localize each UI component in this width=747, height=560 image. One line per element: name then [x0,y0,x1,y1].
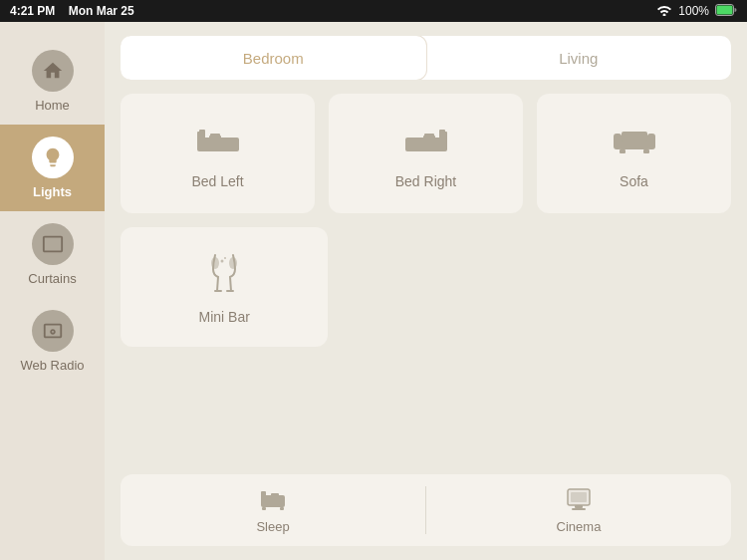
scene-sleep[interactable]: Sleep [121,474,425,546]
home-icon-circle [32,50,74,92]
mini-bar-icon [202,253,246,299]
bed-right-icon [403,122,449,163]
tab-bedroom[interactable]: Bedroom [121,36,426,80]
battery-icon [715,4,737,19]
lights-icon-circle [32,137,74,178]
lights-icon [42,146,64,168]
cinema-label: Cinema [557,519,602,534]
svg-rect-13 [614,134,622,149]
mini-bar-label: Mini Bar [198,309,249,325]
svg-rect-26 [280,507,284,510]
home-icon [42,60,64,82]
sofa-label: Sofa [620,173,648,189]
card-mini-bar[interactable]: Mini Bar [121,227,328,347]
curtains-icon [42,233,64,255]
svg-rect-17 [643,149,649,153]
status-time-date: 4:21 PM Mon Mar 25 [10,4,134,18]
svg-rect-1 [717,5,733,14]
tab-living-label: Living [559,50,598,67]
card-bed-right[interactable]: Bed Right [329,94,523,213]
sofa-icon [612,122,657,163]
scene-bar: Sleep Cinema [121,474,731,546]
svg-point-18 [211,257,219,269]
tab-bar: Bedroom Living [121,36,731,80]
home-label: Home [35,98,70,113]
sidebar-item-lights[interactable]: Lights [0,125,105,211]
lights-label: Lights [33,184,72,199]
wifi-icon [656,4,672,19]
card-sofa[interactable]: Sofa [537,94,731,213]
main-content: Bedroom Living [105,22,747,560]
status-bar: 4:21 PM Mon Mar 25 100% [0,0,747,22]
svg-rect-14 [647,134,655,149]
svg-point-19 [229,257,237,269]
svg-rect-5 [199,130,205,134]
sidebar-item-home[interactable]: Home [0,38,105,125]
svg-rect-8 [439,132,447,147]
sidebar: Home Lights Curtains [0,22,105,560]
sidebar-item-webradio[interactable]: Web Radio [0,298,105,385]
status-time: 4:21 PM [10,4,55,18]
svg-rect-25 [262,507,266,510]
grid-row-2: Mini Bar [121,227,731,347]
svg-rect-31 [572,508,586,510]
card-bed-left[interactable]: Bed Left [121,94,315,213]
svg-rect-23 [261,491,266,501]
svg-point-21 [224,257,226,259]
curtains-label: Curtains [28,271,76,286]
webradio-icon [42,320,64,342]
cinema-icon [565,487,593,515]
svg-rect-10 [439,130,445,134]
bed-left-icon [195,122,241,163]
sleep-label: Sleep [256,519,289,534]
scene-cinema[interactable]: Cinema [426,474,731,546]
svg-rect-24 [271,493,279,501]
svg-rect-30 [575,505,583,508]
svg-point-20 [221,260,224,263]
status-indicators: 100% [656,4,737,19]
webradio-label: Web Radio [20,358,84,373]
svg-rect-11 [424,134,434,138]
svg-rect-6 [210,134,220,138]
bed-left-label: Bed Left [191,173,243,189]
battery-label: 100% [678,4,709,18]
svg-rect-16 [620,149,625,153]
sidebar-item-curtains[interactable]: Curtains [0,211,105,298]
sleep-icon [259,487,287,515]
tab-bedroom-label: Bedroom [243,50,304,67]
svg-rect-29 [571,492,587,502]
status-date: Mon Mar 25 [69,4,134,18]
tab-living[interactable]: Living [426,36,732,80]
svg-rect-3 [197,132,205,147]
curtains-icon-circle [32,223,74,265]
webradio-icon-circle [32,310,74,352]
app-body: Home Lights Curtains [0,22,747,560]
grid-area: Bed Left Bed Right [121,94,731,460]
grid-row-1: Bed Left Bed Right [121,94,731,213]
bed-right-label: Bed Right [395,173,456,189]
svg-rect-15 [622,132,647,141]
